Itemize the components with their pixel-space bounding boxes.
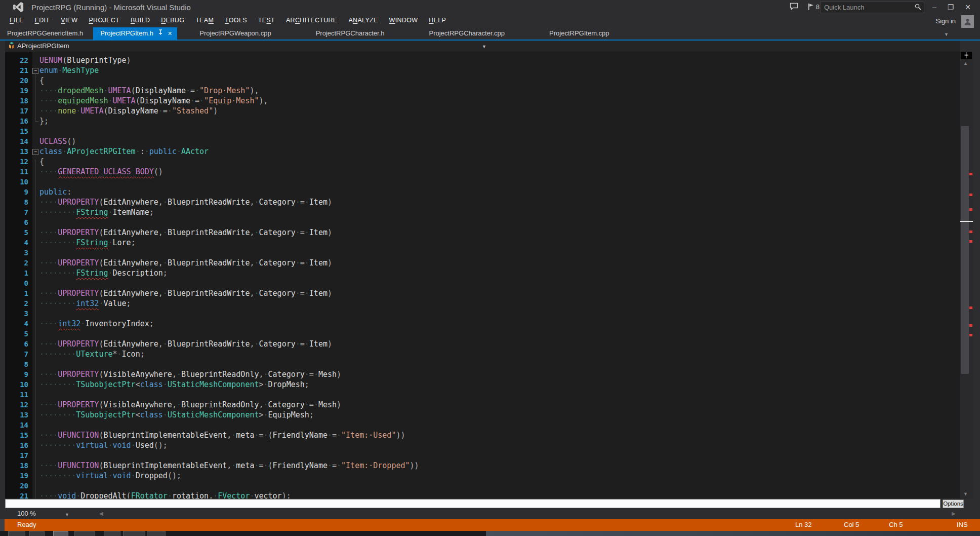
- zoom-level-select[interactable]: 100 %: [17, 510, 36, 517]
- code-line[interactable]: 19········virtual·void·Dropped();: [5, 471, 960, 481]
- user-avatar-icon[interactable]: [961, 15, 974, 28]
- navigation-bar[interactable]: AProjectRPGItem ▼: [5, 41, 960, 52]
- menu-project[interactable]: PROJECT: [83, 14, 125, 24]
- code-line[interactable]: 10········TSubobjectPtr<class·UStaticMes…: [5, 379, 960, 390]
- code-line[interactable]: 15····UFUNCTION(BlueprintImplementableEv…: [5, 430, 960, 440]
- menu-tools[interactable]: TOOLS: [219, 14, 253, 24]
- menu-build[interactable]: BUILD: [125, 14, 155, 24]
- taskbar-button[interactable]: [104, 531, 120, 536]
- code-line[interactable]: 1····UPROPERTY(EditAnywhere,·BlueprintRe…: [5, 288, 960, 298]
- code-line[interactable]: 8····UPROPERTY(EditAnywhere,·BlueprintRe…: [5, 197, 960, 207]
- vertical-scrollbar[interactable]: ╪ ▲ ▼: [960, 52, 973, 499]
- code-line[interactable]: 17····none·UMETA(DisplayName·=·"Stashed"…: [5, 106, 960, 116]
- code-line[interactable]: 13−class·AProjectRPGItem·:·public·AActor: [5, 146, 960, 157]
- code-line[interactable]: 18····UFUNCTION(BlueprintImplementableEv…: [5, 461, 960, 471]
- quick-launch-box[interactable]: Quick Launch: [820, 2, 924, 13]
- code-line[interactable]: 7········FString·ItemName;: [5, 207, 960, 217]
- tab-ProjectRPGWeapon.cpp[interactable]: ProjectRPGWeapon.cpp: [177, 27, 293, 40]
- code-line[interactable]: 13········TSubobjectPtr<class·UStaticMes…: [5, 410, 960, 420]
- taskbar-button[interactable]: [8, 531, 25, 536]
- code-line[interactable]: 15: [5, 126, 960, 136]
- collapse-icon[interactable]: −: [32, 68, 38, 74]
- error-mark[interactable]: [969, 194, 972, 196]
- taskbar-button[interactable]: [74, 531, 95, 536]
- menu-window[interactable]: WINDOW: [384, 14, 424, 24]
- code-line[interactable]: 22UENUM(BlueprintType): [5, 55, 960, 65]
- code-line[interactable]: 5····UPROPERTY(EditAnywhere,·BlueprintRe…: [5, 227, 960, 238]
- code-editor[interactable]: 22UENUM(BlueprintType)21−enum·MeshType20…: [5, 52, 960, 499]
- menu-debug[interactable]: DEBUG: [155, 14, 190, 24]
- taskbar-button[interactable]: [123, 531, 145, 536]
- error-mark[interactable]: [969, 240, 972, 243]
- split-window-handle[interactable]: ╪: [961, 52, 972, 59]
- code-line[interactable]: 18····equipedMesh·UMETA(DisplayName·=·"E…: [5, 96, 960, 106]
- title-bar[interactable]: ProjectRPG (Running) - Microsoft Visual …: [0, 0, 980, 14]
- error-mark[interactable]: [969, 231, 972, 233]
- code-line[interactable]: 6: [5, 217, 960, 227]
- collapse-icon[interactable]: −: [32, 149, 38, 155]
- code-line[interactable]: 16};: [5, 116, 960, 126]
- minimize-button[interactable]: –: [927, 2, 942, 12]
- scope-combo[interactable]: AProjectRPGItem: [17, 42, 69, 50]
- code-line[interactable]: 14: [5, 420, 960, 430]
- code-line[interactable]: 8: [5, 359, 960, 369]
- editor-bottom-input-bar[interactable]: [5, 499, 941, 508]
- menu-help[interactable]: HELP: [423, 14, 452, 24]
- menu-file[interactable]: FILE: [4, 14, 29, 24]
- menu-test[interactable]: TEST: [253, 14, 280, 24]
- menu-architecture[interactable]: ARCHITECTURE: [280, 14, 343, 24]
- menu-analyze[interactable]: ANALYZE: [343, 14, 383, 24]
- error-mark[interactable]: [969, 307, 972, 309]
- tab-ProjectRPGItem.h[interactable]: ProjectRPGItem.h✕: [93, 27, 177, 40]
- notifications-flag[interactable]: 8: [808, 3, 820, 11]
- tab-ProjectRPGItem.cpp[interactable]: ProjectRPGItem.cpp: [527, 27, 632, 40]
- code-line[interactable]: 9public:: [5, 187, 960, 197]
- code-line[interactable]: 3: [5, 309, 960, 319]
- code-line[interactable]: 2········int32·Value;: [5, 298, 960, 309]
- close-button[interactable]: ✕: [961, 2, 975, 12]
- scroll-right-icon[interactable]: ▶: [952, 511, 956, 516]
- taskbar-button[interactable]: [29, 531, 45, 536]
- scroll-down-icon[interactable]: ▼: [963, 491, 968, 496]
- tab-ProjectRPGCharacter.h[interactable]: ProjectRPGCharacter.h: [294, 27, 407, 40]
- code-line[interactable]: 1········FString·Description;: [5, 268, 960, 278]
- error-mark[interactable]: [969, 173, 972, 175]
- code-line[interactable]: 3: [5, 248, 960, 258]
- code-line[interactable]: 5: [5, 329, 960, 339]
- code-line[interactable]: 9····UPROPERTY(VisibleAnywhere,·Blueprin…: [5, 369, 960, 379]
- taskbar-button[interactable]: [147, 531, 166, 536]
- menu-team[interactable]: TEAM: [190, 14, 219, 24]
- tab-list-dropdown-icon[interactable]: ▼: [944, 32, 949, 37]
- restore-button[interactable]: ❐: [944, 2, 958, 12]
- code-line[interactable]: 12{: [5, 157, 960, 167]
- tab-ProjectRPGCharacter.cpp[interactable]: ProjectRPGCharacter.cpp: [407, 27, 527, 40]
- options-button[interactable]: Options: [943, 500, 964, 508]
- feedback-icon[interactable]: [790, 3, 798, 13]
- zoom-dropdown-icon[interactable]: ▼: [65, 512, 69, 517]
- close-icon[interactable]: ✕: [168, 27, 172, 40]
- error-mark[interactable]: [969, 324, 972, 327]
- code-line[interactable]: 2····UPROPERTY(EditAnywhere,·BlueprintRe…: [5, 258, 960, 268]
- search-icon[interactable]: [915, 3, 924, 12]
- error-mark[interactable]: [969, 334, 972, 336]
- code-line[interactable]: 14UCLASS(): [5, 136, 960, 146]
- pin-icon[interactable]: [158, 27, 163, 40]
- code-line[interactable]: 20: [5, 481, 960, 491]
- code-line[interactable]: 7········UTexture*·Icon;: [5, 349, 960, 359]
- code-line[interactable]: 4····int32·InventoryIndex;: [5, 319, 960, 329]
- code-line[interactable]: 17: [5, 450, 960, 461]
- scroll-up-icon[interactable]: ▲: [963, 61, 968, 66]
- code-line[interactable]: 19····dropedMesh·UMETA(DisplayName·=·"Dr…: [5, 86, 960, 96]
- sign-in-link[interactable]: Sign in: [935, 17, 956, 25]
- code-line[interactable]: 4········FString·Lore;: [5, 238, 960, 248]
- code-line[interactable]: 16········virtual·void·Used();: [5, 440, 960, 450]
- scroll-left-icon[interactable]: ◀: [99, 511, 103, 516]
- code-line-current[interactable]: 0: [5, 278, 960, 288]
- code-line[interactable]: 6····UPROPERTY(EditAnywhere,·BlueprintRe…: [5, 339, 960, 349]
- code-line[interactable]: 11····GENERATED_UCLASS_BODY(): [5, 167, 960, 177]
- code-line[interactable]: 10: [5, 177, 960, 187]
- error-mark[interactable]: [969, 208, 972, 211]
- code-line[interactable]: 11: [5, 390, 960, 400]
- menu-view[interactable]: VIEW: [55, 14, 83, 24]
- code-line[interactable]: 12····UPROPERTY(VisibleAnywhere,·Bluepri…: [5, 400, 960, 410]
